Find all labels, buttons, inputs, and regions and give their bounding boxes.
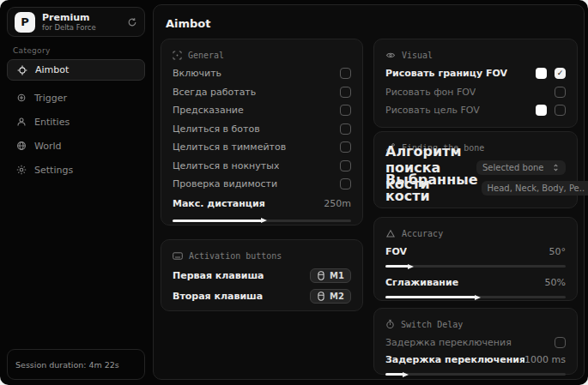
setting-label: Вторая клавиша xyxy=(173,291,263,302)
setting-row: Целиться в нокнутых xyxy=(173,157,351,176)
trigger-icon xyxy=(16,93,27,103)
panel-visual: Visual Рисовать границу FOV Рисовать фон… xyxy=(373,39,578,128)
setting-label: Включить xyxy=(173,68,221,79)
slider-value: 50% xyxy=(545,277,566,288)
setting-row: Включить xyxy=(173,64,351,83)
slider-thumb[interactable] xyxy=(475,295,481,300)
sidebar: P Premium for Delta Force Category Aimbo… xyxy=(0,0,152,385)
fov-target-color-swatch[interactable] xyxy=(536,105,547,116)
gear-icon xyxy=(16,165,27,175)
app-logo: P xyxy=(15,12,35,33)
panel-title: Activation buttons xyxy=(189,251,282,261)
checkbox-draw-fov-border[interactable] xyxy=(555,68,566,79)
sidebar-item-entities[interactable]: Entities xyxy=(7,112,145,131)
slider-thumb[interactable] xyxy=(403,372,409,377)
setting-row: Выбранные кости Head, Neck, Body, Pe.. xyxy=(385,177,566,198)
checkbox-visibility-check[interactable] xyxy=(340,178,351,189)
setting-row: Проверка видимости xyxy=(173,175,351,194)
setting-label: Выбранные кости xyxy=(385,171,478,204)
checkbox-prediction[interactable] xyxy=(340,105,351,116)
sidebar-item-label: Aimbot xyxy=(35,64,69,75)
keybind-label: M2 xyxy=(330,292,344,301)
checkbox-target-teammates[interactable] xyxy=(340,141,351,153)
sync-icon[interactable] xyxy=(127,17,137,27)
fov-border-color-swatch[interactable] xyxy=(536,68,547,79)
app-title: Premium xyxy=(42,13,127,23)
setting-label: FOV xyxy=(385,246,407,257)
person-icon xyxy=(16,117,27,127)
panel-title: Visual xyxy=(402,51,433,60)
globe-icon xyxy=(16,141,27,151)
setting-label: Рисовать фон FOV xyxy=(385,87,476,98)
scan-icon xyxy=(173,51,182,60)
sidebar-item-trigger[interactable]: Trigger xyxy=(7,88,145,107)
setting-label: Сглаживание xyxy=(385,277,458,288)
session-duration: Session duration: 4m 22s xyxy=(15,360,119,370)
sidebar-item-world[interactable]: World xyxy=(7,136,145,155)
checkbox-target-knocked[interactable] xyxy=(340,160,351,171)
sidebar-item-label: Entities xyxy=(34,117,70,128)
setting-label: Макс. дистанция xyxy=(173,198,265,209)
panel-accuracy: Accuracy FOV 50° Сглаживание 50% xyxy=(373,217,578,301)
fov-slider[interactable] xyxy=(385,265,566,268)
keybind-button-primary[interactable]: M1 xyxy=(310,268,351,283)
checkbox-enable[interactable] xyxy=(340,68,351,79)
category-label: Category xyxy=(13,46,51,55)
keybind-label: M1 xyxy=(330,271,344,280)
panel-activation-buttons: Activation buttons Первая клавиша M1 Вто… xyxy=(161,239,363,311)
setting-label: Рисовать границу FOV xyxy=(385,68,507,79)
setting-label: Целиться в ботов xyxy=(173,123,260,135)
panel-title: Switch Delay xyxy=(401,320,463,329)
panel-switch-delay: Switch Delay Задержка переключения Задер… xyxy=(373,308,578,375)
smoothing-slider[interactable] xyxy=(385,296,566,298)
bone-algorithm-select[interactable]: Selected bone xyxy=(476,160,566,175)
setting-row: Вторая клавиша M2 xyxy=(173,286,351,306)
select-value: Head, Neck, Body, Pe.. xyxy=(488,183,585,193)
switch-delay-slider[interactable] xyxy=(385,373,566,376)
sidebar-item-label: Trigger xyxy=(34,93,67,104)
app-header-text: Premium for Delta Force xyxy=(42,13,127,32)
setting-row: Рисовать фон FOV xyxy=(385,83,566,102)
sidebar-item-label: Settings xyxy=(34,165,73,176)
selected-bones-select[interactable]: Head, Neck, Body, Pe.. xyxy=(482,181,588,196)
slider-value: 250m xyxy=(324,198,351,209)
checkbox-target-bots[interactable] xyxy=(340,123,351,135)
checkbox-draw-fov-background[interactable] xyxy=(555,87,566,98)
sidebar-item-aimbot[interactable]: Aimbot xyxy=(7,59,145,81)
keybind-button-secondary[interactable]: M2 xyxy=(310,289,351,304)
mouse-icon xyxy=(317,292,325,301)
crosshair-icon xyxy=(17,65,27,75)
mouse-icon xyxy=(317,271,325,280)
eye-icon xyxy=(385,51,396,60)
setting-row: Задержка переключения xyxy=(385,334,566,351)
checkbox-switch-delay[interactable] xyxy=(555,337,566,348)
main-content: Aimbot General Включить Всегда работать xyxy=(153,4,585,380)
panel-title: General xyxy=(188,51,224,60)
setting-label: Первая клавиша xyxy=(173,270,264,281)
select-value: Selected bone xyxy=(482,163,543,172)
setting-row: Рисовать границу FOV xyxy=(385,64,566,83)
app-header-card: P Premium for Delta Force xyxy=(7,7,145,37)
setting-row: Целиться в тиммейтов xyxy=(173,138,351,157)
slider-value: 1000 ms xyxy=(524,354,566,365)
setting-row: Всегда работать xyxy=(173,83,351,102)
setting-row: Предсказание xyxy=(173,101,351,120)
keyboard-icon xyxy=(173,251,183,261)
slider-thumb[interactable] xyxy=(408,264,414,269)
session-card: Session duration: 4m 22s xyxy=(7,349,145,380)
setting-row: Задержка переключения (мс) 1000 ms xyxy=(385,351,566,368)
checkbox-always-work[interactable] xyxy=(340,87,351,98)
slider-value: 50° xyxy=(549,246,567,257)
setting-row: Рисовать цель FOV xyxy=(385,101,566,120)
sidebar-item-settings[interactable]: Settings xyxy=(7,160,145,179)
setting-label: Предсказание xyxy=(173,105,244,116)
app-subtitle: for Delta Force xyxy=(42,23,127,32)
triangle-icon xyxy=(385,229,396,238)
app-window: P Premium for Delta Force Category Aimbo… xyxy=(0,0,588,385)
sidebar-nav: Aimbot Trigger Entities xyxy=(7,59,145,184)
checkbox-draw-fov-target[interactable] xyxy=(555,105,566,116)
unfold-icon xyxy=(552,163,560,172)
max-distance-slider[interactable] xyxy=(173,220,351,222)
setting-label: Задержка переключения (мс) xyxy=(385,354,524,365)
slider-thumb[interactable] xyxy=(261,218,267,223)
